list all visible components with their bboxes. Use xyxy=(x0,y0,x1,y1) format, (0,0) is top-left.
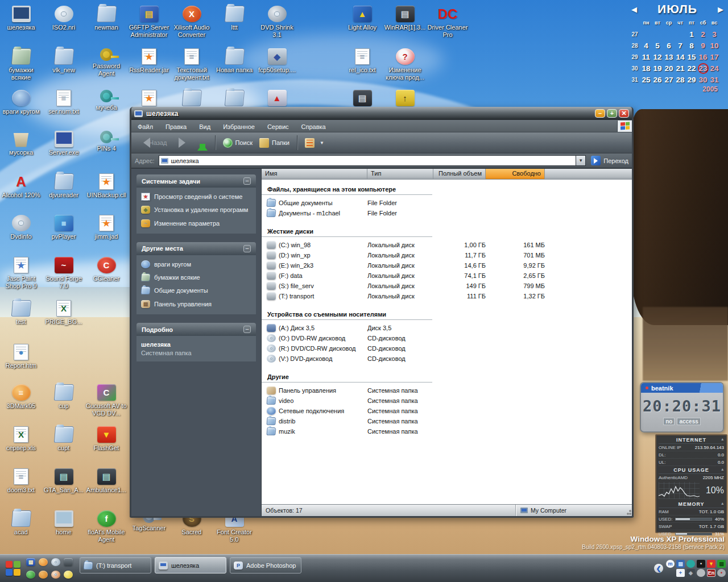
desktop-icon[interactable]: ISO2.nri xyxy=(43,6,85,31)
file-row[interactable]: (D:) win_xpЛокальный диск11,7 ГБ701 МБ xyxy=(262,250,632,260)
tray-mouse-icon[interactable]: • xyxy=(717,569,726,577)
up-button[interactable] xyxy=(197,137,208,148)
calendar-day[interactable]: 10 xyxy=(709,40,720,51)
desktop-icon[interactable]: XPRICE_BG... xyxy=(43,300,85,326)
desktop-icon[interactable]: AAlcohol 120% xyxy=(0,173,42,199)
desktop-icon[interactable]: Password Agent xyxy=(85,48,127,77)
desktop-icon[interactable]: ▤WinRAR[1].3... xyxy=(384,6,426,31)
desktop-icon[interactable]: ▤Ambulance1... xyxy=(85,468,127,494)
desktop-icon[interactable]: мучеба xyxy=(85,90,127,111)
tray-skull-icon[interactable]: • xyxy=(697,560,705,568)
file-row[interactable]: muzikСистемная папка xyxy=(262,426,632,436)
calendar-day[interactable]: 22 xyxy=(686,63,697,74)
file-row[interactable]: (E:) win_2k3Локальный диск14,6 ГБ9,92 ГБ xyxy=(262,260,632,271)
search-button[interactable]: Поиск xyxy=(223,138,253,148)
calendar-day[interactable]: 12 xyxy=(652,51,663,63)
sidebar-item[interactable]: ~Изменение параметра xyxy=(141,219,251,227)
folders-button[interactable]: Папки xyxy=(259,138,289,148)
desktop-icon[interactable]: Новая папка xyxy=(213,48,255,74)
views-button[interactable]: ▼ xyxy=(305,138,324,148)
sidebar-section-header[interactable]: Системные задачи– xyxy=(136,174,256,188)
internet-section-header[interactable]: INTERNET xyxy=(659,436,724,444)
lang-indicator[interactable]: En xyxy=(707,569,715,577)
sidebar-section-header[interactable]: Подробно– xyxy=(136,323,256,336)
file-row[interactable]: (V:) DVD-дисководCD-дисковод xyxy=(262,354,632,364)
tray-shield-icon[interactable]: ◆ xyxy=(686,569,695,577)
desktop-icon[interactable]: ★UINBackup.cll xyxy=(85,173,127,199)
column-header-2[interactable]: Тип xyxy=(367,169,433,180)
desktop-icon[interactable]: DVD Shrink 3.1 xyxy=(256,6,298,38)
calendar-day[interactable]: 16 xyxy=(697,51,709,63)
menu-item-правка[interactable]: Правка xyxy=(159,123,193,130)
menu-item-вид[interactable]: Вид xyxy=(193,123,217,130)
quicklaunch-burn-icon[interactable] xyxy=(50,569,61,580)
taskbar-button[interactable]: PAdobe Photoshop xyxy=(230,557,301,573)
file-row[interactable]: distribСистемная папка xyxy=(262,416,632,426)
cpu-section-header[interactable]: CPU USAGE xyxy=(659,466,724,474)
desktop-icon[interactable]: home xyxy=(43,510,85,536)
desktop-icon[interactable]: CCucusoft AV to VCD DV... xyxy=(85,384,127,417)
desktop-icon[interactable]: ★jimm.jad xyxy=(85,215,127,240)
tray-flashget-icon[interactable]: ▼ xyxy=(707,560,715,568)
desktop-icon[interactable]: XXilisoft Audio Converter xyxy=(171,6,213,38)
clock-titlebar[interactable]: beatnik xyxy=(641,383,723,393)
calendar-day[interactable]: 4 xyxy=(640,40,652,51)
sidebar-item[interactable]: Общие документы xyxy=(141,286,251,294)
calendar-day[interactable]: 20 xyxy=(663,63,675,74)
tray-device-icon[interactable] xyxy=(697,569,705,577)
maximize-button[interactable]: + xyxy=(607,109,617,118)
menu-item-справка[interactable]: Справка xyxy=(295,123,332,130)
collapse-icon[interactable]: – xyxy=(243,326,251,333)
calendar-selected-day[interactable]: 23 xyxy=(698,63,709,74)
desktop-icon[interactable]: ▲Light Alloy xyxy=(341,6,383,31)
file-row[interactable]: (F:) dataЛокальный диск74,1 ГБ2,65 ГБ xyxy=(262,271,632,281)
desktop-icon[interactable]: ▼FlashGet xyxy=(85,426,127,452)
desktop-icon[interactable]: test xyxy=(0,300,42,326)
desktop-icon[interactable]: lttt xyxy=(213,6,255,31)
back-button[interactable]: Назад xyxy=(138,138,171,148)
quicklaunch-commander-icon[interactable]: ▤ xyxy=(25,556,36,568)
desktop-icon[interactable]: Xсервер.xls xyxy=(0,426,42,452)
desktop-icon[interactable]: vlk_new xyxy=(43,48,85,74)
menu-item-избранное[interactable]: Избранное xyxy=(217,123,261,130)
desktop-icon[interactable]: ≡doom3.txt xyxy=(0,468,42,494)
calendar-day[interactable]: 26 xyxy=(652,74,663,85)
start-button[interactable] xyxy=(6,561,20,576)
calendar-day[interactable]: 9 xyxy=(697,40,709,51)
forward-button[interactable] xyxy=(177,138,191,148)
window-titlebar[interactable]: шелезяка – + ✕ xyxy=(131,107,632,120)
calendar-day[interactable]: 30 xyxy=(697,74,709,85)
file-row[interactable]: Сетевые подключенияСистемная папка xyxy=(262,406,632,416)
column-header-4[interactable]: Свободно xyxy=(486,169,545,180)
desktop-icon[interactable]: ★RssReader.jar xyxy=(128,48,170,74)
calendar-day[interactable]: 21 xyxy=(675,63,686,74)
quicklaunch-disc-icon[interactable] xyxy=(50,556,61,568)
calendar-day[interactable] xyxy=(652,28,663,40)
calendar-next-icon[interactable]: ▶ xyxy=(718,5,723,14)
desktop-icon[interactable]: бумажки всякие xyxy=(0,48,42,81)
collapse-icon[interactable]: – xyxy=(243,245,251,252)
quicklaunch-bulb-icon[interactable] xyxy=(63,569,74,580)
go-icon[interactable] xyxy=(591,156,601,165)
calendar-day[interactable]: 27 xyxy=(663,74,675,85)
sidebar-item[interactable]: ★Просмотр сведений о системе xyxy=(141,193,251,201)
file-row[interactable]: (O:) DVD-RW дисководCD-дисковод xyxy=(262,333,632,343)
desktop-icon[interactable]: ★ xyxy=(128,90,170,108)
file-row[interactable]: videoСистемная папка xyxy=(262,396,632,406)
calendar-day[interactable]: 15 xyxy=(686,51,697,63)
desktop-icon[interactable]: ≡3DMark05 xyxy=(0,384,42,410)
desktop-icon[interactable]: djvureader xyxy=(43,173,85,199)
desktop-icon[interactable]: PINs 4 xyxy=(85,131,127,152)
collapse-icon[interactable]: – xyxy=(243,177,251,185)
calendar-day[interactable] xyxy=(640,28,652,40)
desktop-icon[interactable]: ●Report.htm xyxy=(0,344,42,369)
resize-grip[interactable] xyxy=(624,505,632,516)
calendar-day[interactable]: 13 xyxy=(663,51,675,63)
tray-compass-icon[interactable]: + xyxy=(676,569,685,577)
calendar-day[interactable]: 7 xyxy=(675,40,686,51)
desktop-icon[interactable]: ▲ xyxy=(256,90,298,108)
desktop-icon[interactable]: ~Sound Forge 7.0 xyxy=(43,257,85,289)
calendar-day[interactable]: 6 xyxy=(663,40,675,51)
file-row[interactable]: (A:) Диск 3,5Диск 3,5 xyxy=(262,323,632,333)
desktop-icon[interactable]: ★Jasc Paint Shop Pro 9 xyxy=(0,257,42,289)
